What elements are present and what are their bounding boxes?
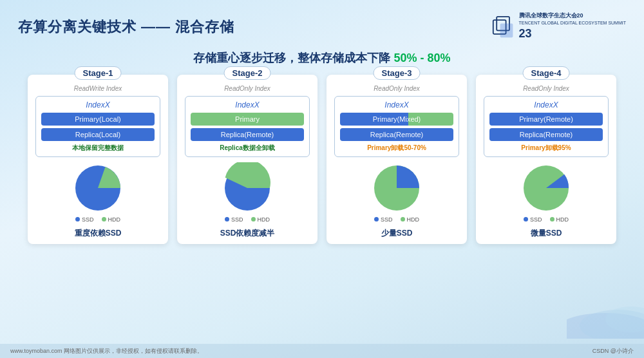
- stage-3-card: Stage-3 ReadOnly Index IndexX Primary(Mi…: [327, 75, 467, 244]
- stage-2-card: Stage-2 ReadOnly Index IndexX Primary Re…: [177, 75, 317, 244]
- stage-3-pie: [334, 162, 459, 214]
- stage-2-footer: SSD依赖度减半: [185, 228, 310, 239]
- stage-4-note: Primary卸载95%: [489, 144, 603, 153]
- stage-3-replica-btn: Replica(Remote): [340, 128, 453, 141]
- stage-2-ssd-label: SSD: [231, 216, 243, 223]
- main-title: 存算分离关键技术 —— 混合存储: [18, 17, 234, 37]
- stage-4-title: Stage-4: [523, 66, 570, 80]
- stage-1-index-title: IndexX: [41, 100, 155, 109]
- stage-2-replica-btn: Replica(Remote): [191, 128, 304, 141]
- deco-bottom-right: [567, 287, 644, 339]
- stage-4-hdd-label: HDD: [556, 216, 569, 223]
- stage-1-note: 本地保留完整数据: [41, 144, 155, 153]
- stage-1-hdd-label: HDD: [108, 216, 121, 223]
- stages-container: Stage-1 ReadWrite Index IndexX Primary(L…: [0, 75, 644, 244]
- stage-2-index-box: IndexX Primary Replica(Remote) Replica数据…: [185, 96, 310, 157]
- stage-1-legend: SSD HDD: [35, 216, 160, 223]
- stage-3-footer: 少量SSD: [334, 228, 459, 239]
- stage-1-hdd-dot: [102, 217, 106, 221]
- stage-3-hdd-label: HDD: [407, 216, 420, 223]
- svg-rect-2: [500, 23, 513, 37]
- svg-point-9: [605, 306, 644, 332]
- stage-4-rw-label: ReadOnly Index: [484, 85, 609, 92]
- logo-area: 腾讯全球数字生态大会20 TENCENT GLOBAL DIGITAL ECOS…: [492, 12, 626, 42]
- stage-3-legend: SSD HDD: [334, 216, 459, 223]
- stage-4-pie: [484, 162, 609, 214]
- stage-1-pie: [35, 162, 160, 214]
- stage-4-index-box: IndexX Primary(Remote) Replica(Remote) P…: [484, 96, 609, 157]
- stage-3-ssd-label: SSD: [381, 216, 393, 223]
- bottom-left-text: www.toymoban.com 网络图片仅供展示，非经授权，如有侵权请联系删除…: [10, 347, 203, 355]
- bottom-bar: www.toymoban.com 网络图片仅供展示，非经授权，如有侵权请联系删除…: [0, 344, 644, 358]
- subtitle: 存储重心逐步迁移，整体存储成本下降 50% - 80%: [0, 50, 644, 66]
- stage-3-title: Stage-3: [374, 66, 421, 80]
- header: 存算分离关键技术 —— 混合存储 腾讯全球数字生态大会20 TENCENT GL…: [0, 0, 644, 49]
- tencent-logo-icon: [492, 15, 515, 39]
- stage-3-index-box: IndexX Primary(Mixed) Replica(Remote) Pr…: [334, 96, 459, 157]
- stage-2-ssd-dot: [225, 217, 229, 221]
- stage-3-note: Primary卸载50-70%: [340, 144, 453, 153]
- stage-4-legend: SSD HDD: [484, 216, 609, 223]
- subtitle-prefix: 存储重心逐步迁移，整体存储成本下降: [193, 52, 393, 64]
- stage-4-index-title: IndexX: [489, 100, 603, 109]
- stage-3-primary-btn: Primary(Mixed): [340, 113, 453, 126]
- stage-1-index-box: IndexX Primary(Local) Replica(Local) 本地保…: [35, 96, 160, 157]
- stage-2-index-title: IndexX: [191, 100, 304, 109]
- stage-1-rw-label: ReadWrite Index: [35, 85, 160, 92]
- stage-4-primary-btn: Primary(Remote): [489, 113, 603, 126]
- stage-1-primary-btn: Primary(Local): [41, 113, 155, 126]
- stage-4-card: Stage-4 ReadOnly Index IndexX Primary(Re…: [476, 75, 616, 244]
- stage-2-hdd-label: HDD: [258, 216, 270, 223]
- stage-2-title: Stage-2: [224, 66, 271, 80]
- stage-2-note: Replica数据全卸载: [191, 144, 304, 153]
- stage-2-primary-btn: Primary: [191, 113, 304, 126]
- stage-2-rw-label: ReadOnly Index: [185, 85, 310, 92]
- stage-3-index-title: IndexX: [340, 100, 453, 109]
- stage-1-footer: 重度依赖SSD: [35, 228, 160, 239]
- stage-2-legend: SSD HDD: [185, 216, 310, 223]
- stage-1-title: Stage-1: [75, 66, 122, 80]
- stage-1-replica-btn: Replica(Local): [41, 128, 155, 141]
- stage-1-ssd-label: SSD: [82, 216, 94, 223]
- stage-4-replica-btn: Replica(Remote): [489, 128, 603, 141]
- stage-4-footer: 微量SSD: [484, 228, 609, 239]
- logo-text: 腾讯全球数字生态大会20 TENCENT GLOBAL DIGITAL ECOS…: [519, 12, 626, 42]
- stage-3-ssd-dot: [374, 217, 379, 221]
- stage-4-hdd-dot: [550, 217, 554, 221]
- stage-2-pie: [185, 162, 310, 214]
- stage-3-hdd-dot: [401, 217, 405, 221]
- stage-4-ssd-label: SSD: [530, 216, 542, 223]
- stage-1-ssd-dot: [75, 217, 80, 221]
- stage-4-ssd-dot: [524, 217, 528, 221]
- svg-point-7: [567, 313, 644, 339]
- subtitle-highlight: 50% - 80%: [393, 52, 450, 64]
- stage-1-card: Stage-1 ReadWrite Index IndexX Primary(L…: [28, 75, 168, 244]
- bottom-right-text: CSDN @小诗介: [592, 347, 634, 355]
- stage-3-rw-label: ReadOnly Index: [334, 85, 459, 92]
- stage-2-hdd-dot: [251, 217, 256, 221]
- svg-point-8: [580, 310, 644, 339]
